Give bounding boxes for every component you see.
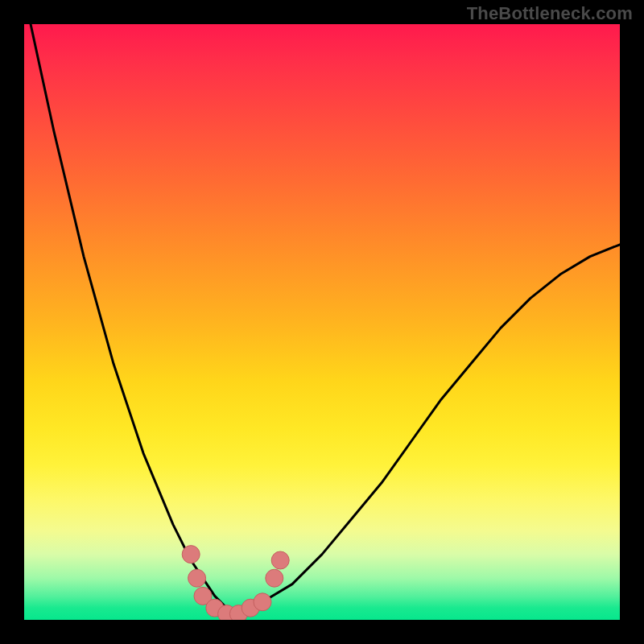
data-marker (271, 551, 289, 569)
data-markers (182, 546, 289, 620)
data-marker (266, 569, 283, 587)
data-marker (254, 593, 271, 611)
chart-svg (24, 24, 620, 620)
watermark-text: TheBottleneck.com (467, 3, 633, 24)
bottleneck-curve (24, 24, 620, 614)
data-marker (182, 546, 200, 564)
plot-area (24, 24, 620, 620)
chart-frame: TheBottleneck.com (0, 0, 644, 644)
data-marker (188, 569, 206, 587)
